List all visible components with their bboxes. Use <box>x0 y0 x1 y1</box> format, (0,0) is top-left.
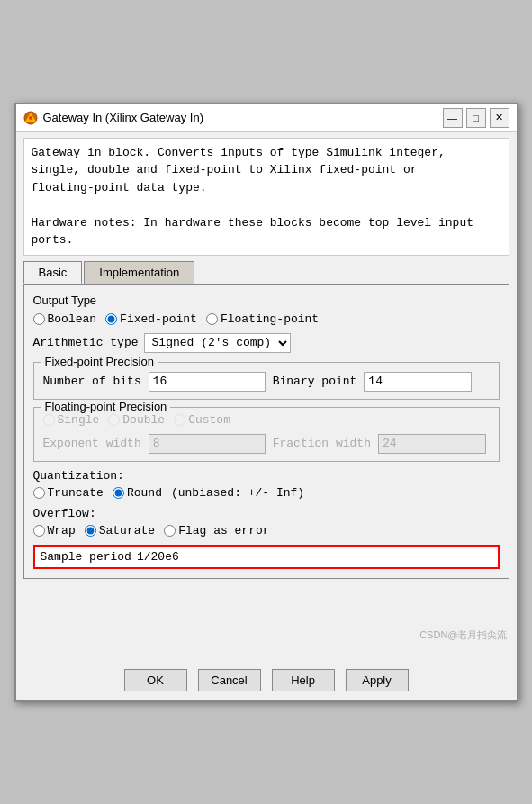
exponent-input <box>149 434 266 454</box>
num-bits-label: Number of bits <box>43 375 141 388</box>
svg-point-2 <box>29 116 32 120</box>
radio-wrap-label: Wrap <box>48 524 76 538</box>
radio-flag-label: Flag as error <box>178 524 269 538</box>
arithmetic-label: Arithmetic type <box>33 336 139 349</box>
radio-custom[interactable]: Custom <box>174 413 230 427</box>
desc-line1: Gateway in block. Converts inputs of typ… <box>32 146 446 159</box>
title-bar: Gateway In (Xilinx Gateway In) — □ ✕ <box>16 104 517 132</box>
sample-period-input[interactable] <box>137 550 317 564</box>
sample-row: Sample period <box>41 550 492 564</box>
radio-truncate-label: Truncate <box>48 486 104 500</box>
output-type-label: Output Type <box>33 294 500 307</box>
fixed-point-precision-group: Fixed-point Precision Number of bits Bin… <box>33 362 500 400</box>
radio-saturate-label: Saturate <box>99 524 155 538</box>
main-window: Gateway In (Xilinx Gateway In) — □ ✕ Gat… <box>14 103 518 702</box>
radio-float-label: Floating-point <box>221 312 319 326</box>
quantization-label: Quantization: <box>33 469 124 483</box>
overflow-label: Overflow: <box>33 507 96 520</box>
float-precision-title: Floating-point Precision <box>41 400 171 413</box>
exponent-label: Exponent width <box>43 437 141 450</box>
radio-wrap[interactable]: Wrap <box>33 524 76 538</box>
num-bits-input[interactable] <box>149 372 266 392</box>
footer-row: OK Cancel Help Apply <box>16 658 517 700</box>
ok-button[interactable]: OK <box>124 669 187 691</box>
desc-line2: single, double and fixed-point to Xilinx… <box>32 163 418 176</box>
fixed-precision-row: Number of bits Binary point <box>43 372 490 392</box>
radio-float[interactable]: Floating-point <box>206 312 319 326</box>
window-controls: — □ ✕ <box>443 108 509 128</box>
radio-double[interactable]: Double <box>108 413 165 427</box>
binary-point-input[interactable] <box>364 372 472 392</box>
description-area: Gateway in block. Converts inputs of typ… <box>23 138 509 256</box>
quantization-row: Truncate Round (unbiased: +/- Inf) <box>33 486 500 500</box>
close-button[interactable]: ✕ <box>490 108 509 128</box>
quantization-section: Quantization: Truncate Round (unbiased: … <box>33 469 500 500</box>
arithmetic-row: Arithmetic type Signed (2's comp) Unsign… <box>33 333 500 353</box>
radio-flag-error[interactable]: Flag as error <box>164 524 269 538</box>
minimize-button[interactable]: — <box>443 108 463 128</box>
output-type-row: Boolean Fixed-point Floating-point <box>33 312 500 326</box>
apply-button[interactable]: Apply <box>346 669 409 691</box>
fraction-input <box>378 434 486 454</box>
arithmetic-select[interactable]: Signed (2's comp) Unsigned <box>144 333 291 353</box>
quantization-extra: (unbiased: +/- Inf) <box>171 486 304 500</box>
sample-period-label: Sample period <box>41 550 131 564</box>
desc-line3: floating-point data type. <box>32 181 207 194</box>
app-icon <box>23 111 38 125</box>
desc-line5: Hardware notes: In hardware these blocks… <box>32 216 473 230</box>
radio-single[interactable]: Single <box>43 413 100 427</box>
tab-implementation[interactable]: Implementation <box>84 261 194 284</box>
float-type-row: Single Double Custom <box>43 413 490 427</box>
radio-round[interactable]: Round <box>113 486 162 500</box>
tab-basic[interactable]: Basic <box>23 261 83 284</box>
basic-panel: Output Type Boolean Fixed-point Floating… <box>23 284 509 579</box>
desc-line6: ports. <box>32 233 74 247</box>
sample-period-section: Sample period <box>33 545 500 569</box>
help-button[interactable]: Help <box>272 669 335 691</box>
radio-custom-label: Custom <box>188 413 230 427</box>
restore-button[interactable]: □ <box>466 108 486 128</box>
overflow-row: Wrap Saturate Flag as error <box>33 524 500 538</box>
radio-round-label: Round <box>127 486 162 500</box>
radio-single-label: Single <box>58 413 100 427</box>
radio-truncate[interactable]: Truncate <box>33 486 104 500</box>
radio-fixed-label: Fixed-point <box>120 312 197 326</box>
float-precision-inputs: Exponent width Fraction width <box>43 434 490 454</box>
radio-saturate[interactable]: Saturate <box>85 524 155 538</box>
radio-fixed[interactable]: Fixed-point <box>105 312 197 326</box>
watermark: CSDN@老月指尖流 <box>419 628 507 642</box>
overflow-section: Overflow: Wrap Saturate Flag as error <box>33 507 500 538</box>
radio-boolean-label: Boolean <box>48 312 97 326</box>
cancel-button[interactable]: Cancel <box>198 669 261 691</box>
window-title: Gateway In (Xilinx Gateway In) <box>43 111 437 124</box>
content-spacer: CSDN@老月指尖流 <box>16 579 517 651</box>
fraction-label: Fraction width <box>273 437 371 450</box>
radio-double-label: Double <box>122 413 165 427</box>
binary-point-label: Binary point <box>273 375 357 388</box>
tabs-row: Basic Implementation <box>16 261 517 284</box>
fixed-precision-title: Fixed-point Precision <box>41 355 158 368</box>
radio-boolean[interactable]: Boolean <box>33 312 97 326</box>
floating-point-precision-group: Floating-point Precision Single Double C… <box>33 407 500 462</box>
